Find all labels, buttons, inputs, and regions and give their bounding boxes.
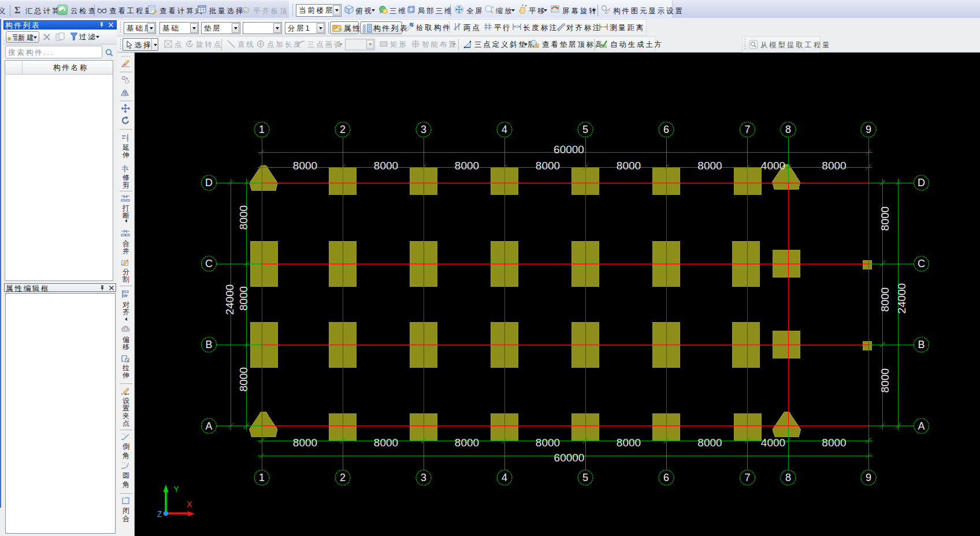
- svg-text:1: 1: [259, 124, 265, 135]
- svg-text:8000: 8000: [374, 160, 398, 172]
- svg-text:C: C: [205, 258, 213, 269]
- svg-text:4: 4: [502, 124, 507, 135]
- svg-text:24000: 24000: [224, 284, 236, 315]
- svg-text:Z: Z: [157, 509, 162, 519]
- svg-text:8000: 8000: [697, 160, 722, 172]
- svg-text:8000: 8000: [879, 206, 891, 231]
- svg-text:4000: 4000: [761, 160, 785, 172]
- svg-text:3: 3: [421, 124, 426, 135]
- svg-text:7: 7: [744, 472, 750, 483]
- svg-text:3: 3: [421, 472, 426, 483]
- svg-text:D: D: [205, 177, 213, 188]
- svg-text:4: 4: [502, 472, 507, 483]
- svg-text:8000: 8000: [293, 437, 317, 449]
- svg-text:8000: 8000: [455, 160, 479, 172]
- svg-text:5: 5: [582, 124, 588, 135]
- svg-text:8000: 8000: [237, 205, 250, 230]
- svg-text:8000: 8000: [617, 160, 641, 172]
- svg-text:60000: 60000: [554, 452, 585, 464]
- svg-text:8000: 8000: [237, 286, 250, 310]
- svg-text:8000: 8000: [455, 437, 479, 449]
- svg-text:1: 1: [259, 472, 265, 483]
- svg-text:2: 2: [340, 472, 346, 483]
- svg-text:A: A: [918, 420, 925, 432]
- svg-text:4000: 4000: [761, 437, 785, 449]
- svg-text:X: X: [187, 500, 192, 509]
- svg-text:2: 2: [340, 124, 346, 135]
- svg-text:C: C: [918, 258, 925, 269]
- svg-text:24000: 24000: [896, 283, 908, 314]
- svg-text:8000: 8000: [879, 368, 891, 393]
- svg-text:8000: 8000: [374, 437, 398, 449]
- svg-text:8: 8: [785, 124, 791, 135]
- svg-text:D: D: [918, 177, 925, 188]
- svg-text:8000: 8000: [536, 160, 560, 172]
- svg-text:B: B: [918, 339, 925, 350]
- svg-text:9: 9: [866, 472, 871, 483]
- svg-text:8000: 8000: [237, 367, 250, 391]
- svg-text:B: B: [205, 339, 212, 350]
- svg-text:8000: 8000: [293, 160, 317, 172]
- svg-text:8000: 8000: [822, 160, 846, 172]
- svg-text:8000: 8000: [822, 437, 846, 449]
- svg-text:Y: Y: [174, 485, 180, 494]
- svg-text:8: 8: [785, 472, 791, 483]
- svg-text:8000: 8000: [536, 437, 560, 449]
- svg-text:6: 6: [663, 124, 669, 135]
- svg-text:9: 9: [866, 124, 871, 135]
- svg-text:7: 7: [744, 124, 750, 135]
- svg-text:6: 6: [663, 472, 669, 483]
- svg-text:8000: 8000: [617, 437, 641, 449]
- svg-text:60000: 60000: [554, 143, 584, 156]
- svg-text:8000: 8000: [879, 287, 891, 312]
- svg-text:A: A: [205, 420, 212, 432]
- svg-text:5: 5: [582, 472, 588, 483]
- svg-text:8000: 8000: [697, 437, 722, 449]
